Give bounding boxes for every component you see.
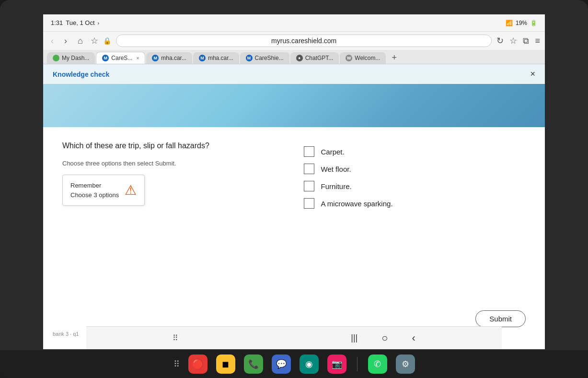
tab-mha2[interactable]: M mha.car... (193, 52, 239, 64)
tablet-frame: 1:31 Tue, 1 Oct › 📶 19% 🔋 ‹ › ⌂ ☆ 🔒 myru… (0, 0, 588, 378)
bookmark-icon[interactable]: ☆ (509, 35, 517, 46)
dock-app-settings-icon: ⚙ (402, 359, 409, 369)
tab-careshie-favicon: M (246, 55, 253, 61)
option-checkbox-carpet[interactable] (304, 146, 314, 157)
dock-app-teal[interactable]: ◉ (300, 354, 319, 374)
knowledge-check-title: Knowledge check (53, 71, 109, 78)
tab-mha1-favicon: M (152, 55, 159, 61)
knowledge-check-panel: Knowledge check × Which of these are tri… (43, 64, 545, 342)
instruction-text: Choose three options then select Submit. (62, 160, 285, 167)
submit-button[interactable]: Submit (475, 310, 526, 327)
tab-mha1[interactable]: M mha.car... (146, 52, 192, 64)
option-label-microwave: A microwave sparking. (321, 200, 393, 208)
dock-app-red[interactable]: 🔴 (188, 354, 208, 374)
knowledge-check-header: Knowledge check × (43, 64, 545, 84)
status-right: 📶 19% 🔋 (506, 20, 537, 26)
tab-chatgpt-favicon: ● (296, 55, 303, 61)
tab-mha1-label: mha.car... (161, 55, 186, 61)
option-row-microwave: A microwave sparking. (304, 198, 526, 209)
dock-app-settings[interactable]: ⚙ (396, 354, 415, 374)
dock-app-yellow[interactable]: ◼ (216, 354, 235, 374)
kc-body: Which of these are trip, slip or fall ha… (43, 127, 545, 223)
option-label-wetfloor: Wet floor. (321, 165, 351, 173)
tab-cares-close[interactable]: × (136, 56, 139, 61)
home-button[interactable]: ⌂ (75, 35, 86, 47)
tab-cares[interactable]: M CareS... × (96, 52, 145, 64)
grid-dots-icon: ⠿ (173, 333, 178, 343)
lock-icon: 🔒 (103, 37, 111, 45)
option-label-carpet: Carpet. (321, 148, 345, 156)
option-label-furniture: Furniture. (321, 182, 352, 190)
tab-mydash-label: My Dash... (62, 55, 89, 61)
dock-app-whatsapp[interactable]: ✆ (368, 354, 387, 374)
question-text: Which of these are trip, slip or fall ha… (62, 142, 285, 150)
dock-app-phone[interactable]: 📞 (244, 354, 263, 374)
refresh-icon[interactable]: ↻ (496, 35, 504, 46)
reminder-line1: Remember (70, 181, 119, 190)
dock-app-teal-icon: ◉ (305, 359, 313, 369)
tab-mydash-favicon (53, 55, 59, 61)
battery-display: 19% (516, 20, 527, 26)
tab-mydash[interactable]: My Dash... (47, 52, 95, 64)
home-button-android[interactable]: ○ (381, 332, 388, 344)
option-checkbox-wetfloor[interactable] (304, 164, 314, 174)
option-row-wetfloor: Wet floor. (304, 164, 526, 174)
reminder-box: Remember Choose 3 options ⚠ (62, 175, 145, 206)
forward-button[interactable]: › (61, 35, 70, 47)
date-display: Tue, 1 Oct (66, 19, 94, 26)
star-icon[interactable]: ☆ (91, 35, 98, 46)
warning-icon: ⚠ (125, 182, 137, 198)
dock-app-whatsapp-icon: ✆ (374, 359, 381, 369)
time-display: 1:31 (51, 19, 63, 26)
option-row-furniture: Furniture. (304, 181, 526, 191)
dock-app-red-icon: 🔴 (192, 358, 204, 370)
dock-app-messages[interactable]: 💬 (272, 354, 291, 374)
tab-careshie[interactable]: M CareShie... (240, 52, 289, 64)
kc-left-panel: Which of these are trip, slip or fall ha… (62, 142, 285, 209)
chevron-icon: › (98, 20, 100, 26)
new-tab-button[interactable]: + (389, 53, 400, 63)
tab-welcom[interactable]: W Welcom... (340, 52, 386, 64)
kc-hero-banner (43, 84, 545, 127)
dock-app-instagram-icon: 📷 (332, 359, 342, 369)
reminder-text: Remember Choose 3 options (70, 181, 119, 200)
back-button-android[interactable]: ‹ (412, 332, 415, 344)
status-bar: 1:31 Tue, 1 Oct › 📶 19% 🔋 (43, 14, 545, 32)
tab-mha2-favicon: M (199, 55, 206, 61)
tab-chatgpt[interactable]: ● ChatGPT... (290, 52, 339, 64)
tab-cares-favicon: M (102, 55, 109, 61)
recent-apps-button[interactable]: ||| (351, 333, 357, 343)
option-checkbox-microwave[interactable] (304, 198, 314, 209)
bank-label: bank 3 · q1 (53, 331, 79, 337)
nav-icons: ↻ ☆ ⧉ ≡ (496, 35, 540, 46)
option-checkbox-furniture[interactable] (304, 181, 314, 191)
tab-switcher-icon[interactable]: ⧉ (523, 36, 529, 46)
content-area: Knowledge check × Which of these are tri… (43, 64, 545, 342)
grid-icon[interactable]: ⠿ (173, 359, 180, 369)
option-row-carpet: Carpet. (304, 146, 526, 157)
app-dock: ⠿ 🔴 ◼ 📞 💬 ◉ 📷 ✆ ⚙ (0, 350, 588, 378)
tab-careshie-label: CareShie... (255, 55, 284, 61)
knowledge-check-close-button[interactable]: × (530, 69, 535, 79)
dock-app-phone-icon: 📞 (248, 359, 259, 369)
status-left: 1:31 Tue, 1 Oct › (51, 19, 99, 26)
tab-welcom-label: Welcom... (355, 55, 380, 61)
dock-divider (357, 357, 357, 371)
tab-mha2-label: mha.car... (208, 55, 233, 61)
screen: 1:31 Tue, 1 Oct › 📶 19% 🔋 ‹ › ⌂ ☆ 🔒 myru… (43, 14, 545, 349)
dock-app-yellow-icon: ◼ (222, 359, 229, 369)
nav-bar: ‹ › ⌂ ☆ 🔒 myrus.careshield.com ↻ ☆ ⧉ ≡ (43, 32, 545, 50)
dock-app-messages-icon: 💬 (276, 359, 287, 369)
android-nav-bar: ⠿ ||| ○ ‹ (86, 326, 502, 349)
battery-icon: 🔋 (530, 20, 537, 26)
address-bar[interactable]: myrus.careshield.com (116, 35, 492, 47)
back-button[interactable]: ‹ (48, 35, 57, 47)
options-panel: Carpet. Wet floor. Furniture. A (304, 142, 526, 209)
tab-welcom-favicon: W (346, 55, 352, 61)
tab-chatgpt-label: ChatGPT... (305, 55, 334, 61)
wifi-icon: 📶 (506, 20, 513, 26)
reminder-line2: Choose 3 options (70, 190, 119, 200)
kc-footer: Submit (475, 310, 526, 327)
menu-icon[interactable]: ≡ (535, 36, 540, 46)
dock-app-instagram[interactable]: 📷 (327, 354, 346, 374)
